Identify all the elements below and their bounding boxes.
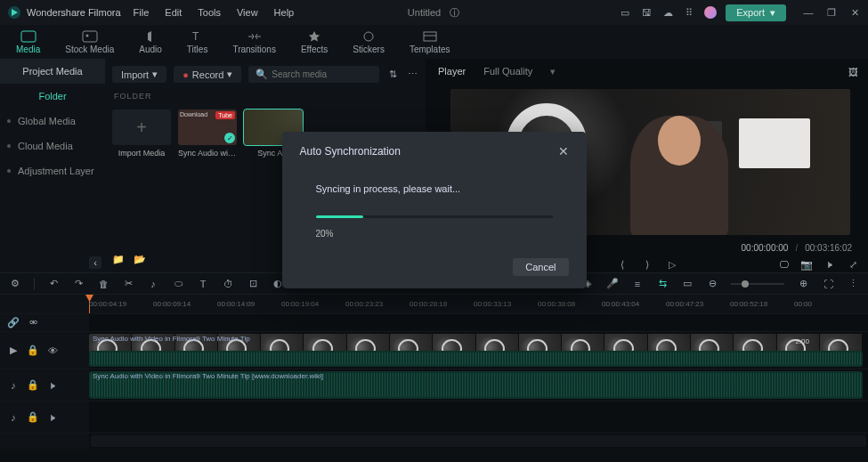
modal-title: Auto Synchronization (300, 145, 401, 158)
progress-bar (316, 215, 553, 218)
auto-sync-modal: Auto Synchronization ✕ Syncing in proces… (282, 132, 587, 288)
modal-close-icon[interactable]: ✕ (558, 144, 569, 158)
modal-message: Syncing in process, please wait... (300, 183, 569, 194)
cancel-button[interactable]: Cancel (513, 258, 568, 276)
progress-percent: 20% (300, 229, 569, 239)
progress-fill (316, 215, 363, 218)
modal-overlay: Auto Synchronization ✕ Syncing in proces… (0, 0, 868, 462)
